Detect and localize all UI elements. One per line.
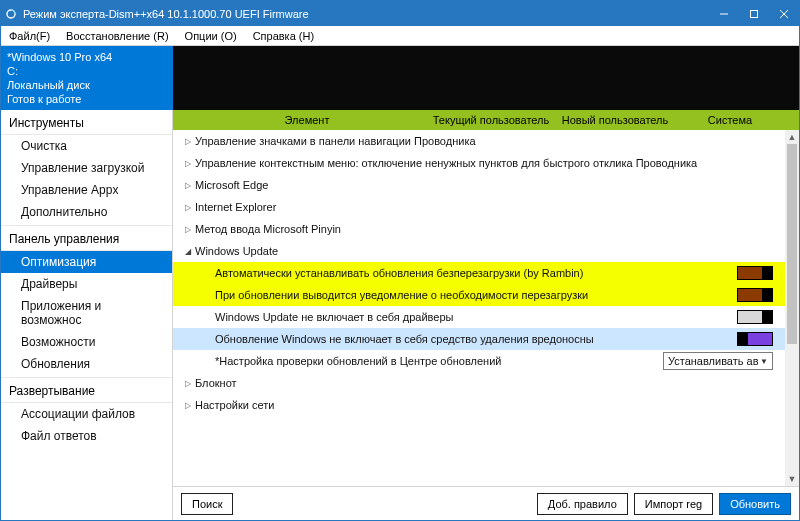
sidebar-item-boot[interactable]: Управление загрузкой [1, 157, 172, 179]
image-info-bar: *Windows 10 Pro x64 C: Локальный диск Го… [1, 46, 799, 110]
toggle-exclude-mrt[interactable] [737, 332, 773, 346]
sidebar-item-features[interactable]: Возможности [1, 331, 172, 353]
column-header: Элемент Текущий пользователь Новый польз… [173, 110, 799, 130]
sidebar-item-answer-file[interactable]: Файл ответов [1, 425, 172, 447]
setting-auto-install-no-reboot[interactable]: Автоматически устанавливать обновления б… [173, 262, 785, 284]
sidebar-section-tools: Инструменты [1, 110, 172, 135]
sidebar-section-deployment: Развертывание [1, 378, 172, 403]
sidebar: Инструменты Очистка Управление загрузкой… [1, 110, 173, 520]
maximize-button[interactable] [739, 1, 769, 26]
info-os: *Windows 10 Pro x64 [7, 50, 167, 64]
toggle-reboot-notify[interactable] [737, 288, 773, 302]
info-status: Готов к работе [7, 92, 167, 106]
search-button[interactable]: Поиск [181, 493, 233, 515]
image-info-box[interactable]: *Windows 10 Pro x64 C: Локальный диск Го… [1, 46, 173, 110]
group-pinyin[interactable]: Метод ввода Microsoft Pinyin [173, 218, 785, 240]
col-current-user[interactable]: Текущий пользователь [427, 114, 555, 126]
app-icon [1, 8, 21, 20]
setting-reboot-notify[interactable]: При обновлении выводится уведомление о н… [173, 284, 785, 306]
sidebar-item-file-assoc[interactable]: Ассоциации файлов [1, 403, 172, 425]
sidebar-item-appx[interactable]: Управление Appx [1, 179, 172, 201]
group-ms-edge[interactable]: Microsoft Edge [173, 174, 785, 196]
chevron-right-icon [181, 378, 195, 388]
toggle-auto-install[interactable] [737, 266, 773, 280]
chevron-right-icon [181, 158, 195, 168]
settings-list: Управление значками в панели навигации П… [173, 130, 799, 486]
group-windows-update[interactable]: Windows Update [173, 240, 785, 262]
menu-file[interactable]: Файл(F) [1, 26, 58, 46]
svg-rect-2 [751, 10, 758, 17]
chevron-right-icon [181, 180, 195, 190]
main-body: Инструменты Очистка Управление загрузкой… [1, 110, 799, 520]
window-title: Режим эксперта-Dism++x64 10.1.1000.70 UE… [21, 8, 709, 20]
combo-wu-mode[interactable]: Устанавливать авт ▼ [663, 352, 773, 370]
toggle-exclude-drivers[interactable] [737, 310, 773, 324]
setting-wu-check-config[interactable]: *Настройка проверки обновлений в Центре … [173, 350, 785, 372]
footer-bar: Поиск Доб. правило Импорт reg Обновить [173, 486, 799, 520]
close-button[interactable] [769, 1, 799, 26]
sidebar-item-cleanup[interactable]: Очистка [1, 135, 172, 157]
scroll-thumb[interactable] [787, 144, 797, 344]
scroll-track[interactable] [785, 144, 799, 472]
chevron-down-icon [181, 246, 195, 256]
app-window: Режим эксперта-Dism++x64 10.1.1000.70 UE… [0, 0, 800, 521]
menu-bar: Файл(F) Восстановление (R) Опции (O) Спр… [1, 26, 799, 46]
minimize-button[interactable] [709, 1, 739, 26]
title-bar: Режим эксперта-Dism++x64 10.1.1000.70 UE… [1, 1, 799, 26]
chevron-right-icon [181, 400, 195, 410]
import-reg-button[interactable]: Импорт reg [634, 493, 713, 515]
info-drive: C: [7, 64, 167, 78]
sidebar-item-apps-features[interactable]: Приложения и возможнос [1, 295, 172, 331]
menu-help[interactable]: Справка (H) [245, 26, 322, 46]
chevron-down-icon: ▼ [758, 357, 770, 366]
scroll-up-icon[interactable]: ▲ [785, 130, 799, 144]
sidebar-section-controlpanel: Панель управления [1, 226, 172, 251]
group-ie[interactable]: Internet Explorer [173, 196, 785, 218]
col-new-user[interactable]: Новый пользователь [555, 114, 675, 126]
col-element[interactable]: Элемент [187, 114, 427, 126]
main-panel: Элемент Текущий пользователь Новый польз… [173, 110, 799, 520]
info-disk: Локальный диск [7, 78, 167, 92]
menu-restore[interactable]: Восстановление (R) [58, 26, 176, 46]
menu-options[interactable]: Опции (O) [177, 26, 245, 46]
chevron-right-icon [181, 224, 195, 234]
vertical-scrollbar[interactable]: ▲ ▼ [785, 130, 799, 486]
setting-wu-exclude-drivers[interactable]: Windows Update не включает в себя драйве… [173, 306, 785, 328]
setting-wu-exclude-mrt[interactable]: Обновление Windows не включает в себя ср… [173, 328, 785, 350]
group-context-menu[interactable]: Управление контекстным меню: отключение … [173, 152, 785, 174]
settings-rows: Управление значками в панели навигации П… [173, 130, 785, 486]
sidebar-item-updates[interactable]: Обновления [1, 353, 172, 375]
col-system[interactable]: Система [675, 114, 785, 126]
chevron-right-icon [181, 136, 195, 146]
sidebar-item-optimization[interactable]: Оптимизация [1, 251, 172, 273]
group-notepad[interactable]: Блокнот [173, 372, 785, 394]
group-explorer-nav-icons[interactable]: Управление значками в панели навигации П… [173, 130, 785, 152]
chevron-right-icon [181, 202, 195, 212]
add-rule-button[interactable]: Доб. правило [537, 493, 628, 515]
sidebar-item-drivers[interactable]: Драйверы [1, 273, 172, 295]
refresh-button[interactable]: Обновить [719, 493, 791, 515]
group-network-settings[interactable]: Настройки сети [173, 394, 785, 416]
scroll-down-icon[interactable]: ▼ [785, 472, 799, 486]
sidebar-item-advanced[interactable]: Дополнительно [1, 201, 172, 223]
